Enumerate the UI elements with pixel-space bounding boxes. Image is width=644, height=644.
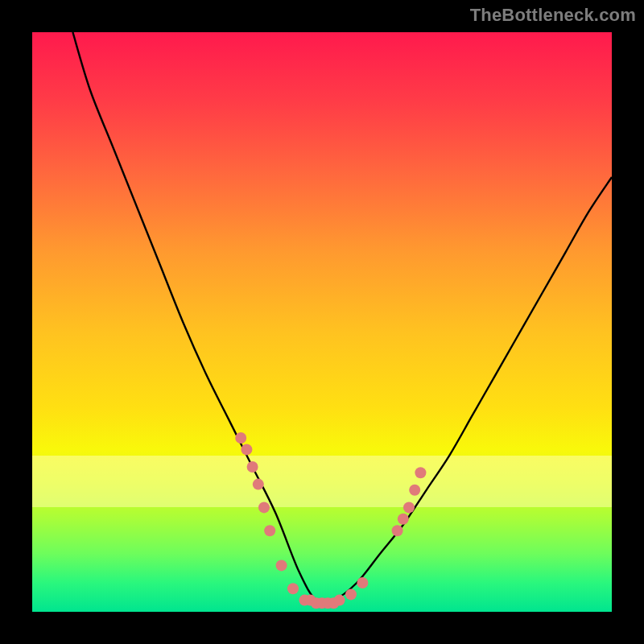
scatter-dot [276, 559, 287, 571]
scatter-dot [253, 479, 264, 490]
scatter-dot [247, 461, 258, 473]
figure-frame: TheBottleneck.com [0, 0, 644, 644]
scatter-dot [398, 514, 409, 525]
plot-area [32, 32, 612, 612]
scatter-dot [235, 432, 246, 444]
chart-svg [32, 32, 612, 612]
scatter-dot [392, 525, 403, 536]
scatter-dot [345, 588, 357, 600]
watermark-text: TheBottleneck.com [470, 5, 636, 26]
scatter-dot [287, 583, 299, 594]
scatter-dot [357, 577, 368, 588]
scatter-dot [241, 444, 252, 455]
scatter-dot [415, 467, 426, 478]
scatter-dot [403, 502, 415, 513]
scatter-dot [334, 595, 345, 606]
scatter-dot [258, 502, 270, 513]
scatter-dot [409, 485, 420, 496]
scatter-dots [235, 432, 426, 609]
scatter-dot [264, 525, 275, 536]
bottleneck-curve [72, 32, 612, 603]
